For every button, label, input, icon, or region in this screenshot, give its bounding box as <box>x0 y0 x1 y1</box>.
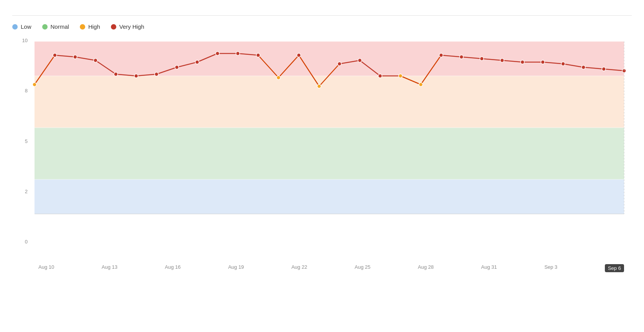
svg-point-50 <box>277 76 281 80</box>
svg-rect-2 <box>35 76 624 128</box>
x-label-aug-10: Aug 10 <box>38 264 54 272</box>
legend-item-low: Low <box>12 23 31 30</box>
svg-rect-0 <box>35 179 624 214</box>
chart-container <box>31 38 632 245</box>
svg-point-61 <box>500 59 504 62</box>
svg-point-43 <box>134 74 138 78</box>
chart-area: 10 8 5 2 0 Aug 10Aug 13Aug 16Aug 19Aug 2… <box>12 38 632 260</box>
legend-label: Normal <box>51 23 69 30</box>
x-axis: Aug 10Aug 13Aug 16Aug 19Aug 22Aug 25Aug … <box>31 264 632 272</box>
svg-point-44 <box>155 72 159 76</box>
legend-dot <box>42 24 48 30</box>
svg-point-51 <box>297 53 301 57</box>
svg-point-46 <box>195 60 199 64</box>
y-label-0: 0 <box>25 239 28 245</box>
chart-svg <box>31 38 632 245</box>
svg-point-62 <box>520 60 524 64</box>
svg-point-54 <box>358 59 362 62</box>
legend-label: Low <box>21 23 31 30</box>
x-label-sep-6: Sep 6 <box>605 264 624 272</box>
svg-point-52 <box>317 84 321 88</box>
page-header <box>12 9 632 11</box>
legend-dot <box>80 24 85 30</box>
svg-point-58 <box>439 53 443 57</box>
x-label-aug-19: Aug 19 <box>228 264 244 272</box>
svg-point-47 <box>216 52 220 56</box>
svg-point-64 <box>561 62 565 66</box>
y-label-8: 8 <box>25 88 28 94</box>
svg-point-63 <box>541 60 545 64</box>
legend: LowNormalHighVery High <box>12 23 632 30</box>
x-label-aug-22: Aug 22 <box>291 264 307 272</box>
svg-rect-3 <box>35 41 624 76</box>
svg-rect-1 <box>35 128 624 179</box>
y-axis: 10 8 5 2 0 <box>12 38 31 245</box>
svg-point-66 <box>602 67 606 71</box>
x-label-aug-16: Aug 16 <box>165 264 181 272</box>
legend-item-high: High <box>80 23 100 30</box>
y-label-2: 2 <box>25 189 28 194</box>
svg-point-60 <box>480 57 484 61</box>
x-label-aug-28: Aug 28 <box>418 264 434 272</box>
y-label-5: 5 <box>25 138 28 144</box>
svg-point-42 <box>114 72 118 76</box>
x-label-aug-13: Aug 13 <box>102 264 117 272</box>
svg-point-45 <box>175 66 179 69</box>
y-label-10: 10 <box>22 38 28 43</box>
x-label-sep-3: Sep 3 <box>544 264 557 272</box>
svg-point-40 <box>73 55 77 59</box>
svg-point-48 <box>236 52 240 56</box>
svg-point-41 <box>94 59 97 62</box>
score-section <box>626 9 632 10</box>
svg-point-65 <box>581 66 585 69</box>
legend-dot <box>12 24 18 30</box>
legend-item-very-high: Very High <box>111 23 144 30</box>
legend-item-normal: Normal <box>42 23 69 30</box>
x-label-aug-25: Aug 25 <box>355 264 370 272</box>
legend-label: Very High <box>119 23 144 30</box>
svg-point-57 <box>419 83 423 87</box>
svg-point-56 <box>399 74 403 78</box>
legend-dot <box>111 24 116 30</box>
svg-point-39 <box>53 53 57 57</box>
svg-point-59 <box>459 55 463 59</box>
header-divider <box>12 15 632 16</box>
svg-point-55 <box>378 74 382 78</box>
legend-label: High <box>88 23 100 30</box>
x-label-aug-31: Aug 31 <box>481 264 497 272</box>
svg-point-49 <box>256 53 260 57</box>
svg-point-53 <box>338 62 342 66</box>
svg-point-38 <box>33 83 36 87</box>
